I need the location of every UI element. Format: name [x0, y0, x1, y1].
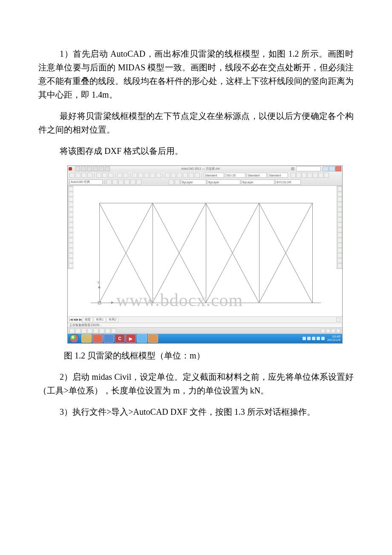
- mod-extend-icon[interactable]: [337, 238, 342, 243]
- style-dropdown-2[interactable]: Standard: [246, 173, 267, 178]
- ann-tool-6-icon[interactable]: [318, 173, 323, 178]
- layer-freeze-icon[interactable]: [130, 179, 135, 185]
- task-app-orange-icon[interactable]: [148, 334, 158, 343]
- tool-paste-icon[interactable]: [108, 173, 113, 178]
- tool-copy-icon[interactable]: [102, 173, 107, 178]
- maximize-button[interactable]: [329, 166, 335, 171]
- tray-ime-icon[interactable]: [303, 337, 306, 340]
- ann-tool-4-icon[interactable]: [307, 173, 312, 178]
- layer-iso-icon[interactable]: [124, 179, 130, 185]
- mod-erase-icon[interactable]: [337, 187, 342, 191]
- tool-redo-icon[interactable]: [123, 173, 128, 178]
- infocenter-icon[interactable]: [291, 167, 294, 171]
- tab-layout2[interactable]: 布局2: [107, 317, 118, 322]
- mod-chamfer-icon[interactable]: [337, 258, 342, 263]
- mod-join-icon[interactable]: [337, 248, 342, 253]
- ann-tool-1-icon[interactable]: [291, 173, 296, 178]
- status-lwt-icon[interactable]: [111, 328, 116, 333]
- layer-prev-icon[interactable]: [112, 179, 118, 185]
- draw-mline-icon[interactable]: [69, 263, 73, 268]
- start-button-icon[interactable]: [69, 334, 79, 343]
- mod-mirror-icon[interactable]: [337, 197, 342, 202]
- draw-text-icon[interactable]: [69, 238, 73, 243]
- status-otrack-icon[interactable]: [99, 328, 104, 333]
- command-line[interactable]: 正在恢复模型显示时间…: [68, 323, 342, 327]
- status-dyn-icon[interactable]: [105, 328, 110, 333]
- ann-tool-3-icon[interactable]: [302, 173, 307, 178]
- snap-toggle-icon[interactable]: [336, 318, 340, 322]
- status-workspace-icon[interactable]: [331, 329, 335, 333]
- mod-fillet-icon[interactable]: [337, 253, 342, 258]
- layer-dropdown[interactable]: ByLayer: [181, 179, 206, 185]
- draw-pline-icon[interactable]: [69, 192, 73, 197]
- mod-break-icon[interactable]: [337, 243, 342, 248]
- draw-line-icon[interactable]: [69, 187, 73, 191]
- ann-tool-2-icon[interactable]: [296, 173, 301, 178]
- draw-spline-icon[interactable]: [69, 223, 73, 227]
- tool-pan-icon[interactable]: [132, 173, 137, 178]
- tool-dim-icon[interactable]: [171, 173, 176, 178]
- ann-tool-5-icon[interactable]: [313, 173, 318, 178]
- qat-save-icon[interactable]: [87, 166, 92, 171]
- tool-new-icon[interactable]: [69, 173, 75, 178]
- linetype-dropdown[interactable]: ByLayer: [207, 179, 240, 185]
- mod-rotate-icon[interactable]: [337, 217, 342, 222]
- ann-tool-7-icon[interactable]: [324, 173, 329, 178]
- layer-icon[interactable]: [107, 179, 112, 185]
- status-modelspace-icon[interactable]: [321, 329, 325, 333]
- draw-ellipse-icon[interactable]: [69, 217, 73, 222]
- status-snap-icon[interactable]: [69, 328, 75, 333]
- draw-block-icon[interactable]: [69, 248, 73, 253]
- task-app-blue-icon[interactable]: [137, 334, 147, 343]
- status-annoscale-icon[interactable]: [326, 329, 330, 333]
- mod-copy-icon[interactable]: [337, 192, 342, 197]
- status-grid-icon[interactable]: [75, 328, 81, 333]
- mod-explode-icon[interactable]: [337, 263, 342, 268]
- tool-plot-icon[interactable]: [87, 173, 92, 178]
- task-word-icon[interactable]: [104, 334, 114, 343]
- draw-polygon-icon[interactable]: [69, 197, 73, 202]
- tool-save-icon[interactable]: [81, 173, 86, 178]
- qat-redo-icon[interactable]: [99, 166, 104, 171]
- infocenter-search[interactable]: [296, 166, 321, 171]
- mod-stretch-icon[interactable]: [337, 228, 342, 232]
- layer-state-icon[interactable]: [118, 179, 124, 185]
- draw-region-icon[interactable]: [69, 253, 73, 258]
- minimize-button[interactable]: [323, 166, 329, 171]
- tool-zoom-window-icon[interactable]: [144, 173, 149, 178]
- mod-offset-icon[interactable]: [337, 202, 342, 207]
- mod-move-icon[interactable]: [337, 212, 342, 217]
- mod-scale-icon[interactable]: [337, 223, 342, 227]
- tray-flag-icon[interactable]: [317, 337, 320, 340]
- task-firefox-icon[interactable]: [92, 334, 103, 343]
- color-swatch-icon[interactable]: [169, 179, 174, 185]
- dim-style-dropdown[interactable]: ISO-25: [225, 173, 245, 178]
- status-ortho-icon[interactable]: [81, 328, 86, 333]
- qat-new-icon[interactable]: [75, 166, 80, 171]
- lineweight-dropdown[interactable]: ByLayer: [241, 179, 274, 185]
- task-app-red-icon[interactable]: ▶: [126, 334, 136, 343]
- status-polar-icon[interactable]: [87, 328, 92, 333]
- tool-text-icon[interactable]: [177, 173, 182, 178]
- mod-trim-icon[interactable]: [337, 233, 342, 237]
- mod-array-icon[interactable]: [337, 207, 342, 212]
- tray-volume-icon[interactable]: [312, 337, 315, 340]
- draw-rect-icon[interactable]: [69, 202, 73, 207]
- tab-layout1[interactable]: 布局1: [94, 317, 106, 322]
- tool-hatch-icon[interactable]: [189, 173, 194, 178]
- bylayer-icon[interactable]: [175, 179, 180, 185]
- tray-action-icon[interactable]: [321, 337, 325, 340]
- qat-open-icon[interactable]: [81, 166, 86, 171]
- text-style-dropdown[interactable]: Standard: [204, 173, 224, 178]
- close-button[interactable]: [335, 166, 341, 171]
- draw-table-icon[interactable]: [69, 258, 73, 263]
- task-explorer-icon[interactable]: [81, 334, 92, 343]
- draw-circle-icon[interactable]: [69, 212, 73, 217]
- style-dropdown-3[interactable]: Standard: [268, 173, 288, 178]
- status-osnap-icon[interactable]: [93, 328, 98, 333]
- taskbar-clock[interactable]: 10:45 2013/1/9: [327, 335, 340, 342]
- tool-props-icon[interactable]: [156, 173, 161, 178]
- tool-cut-icon[interactable]: [96, 173, 101, 178]
- workspace-dropdown[interactable]: AutoCAD 经典: [69, 179, 103, 185]
- tool-zoom-extents-icon[interactable]: [150, 173, 155, 178]
